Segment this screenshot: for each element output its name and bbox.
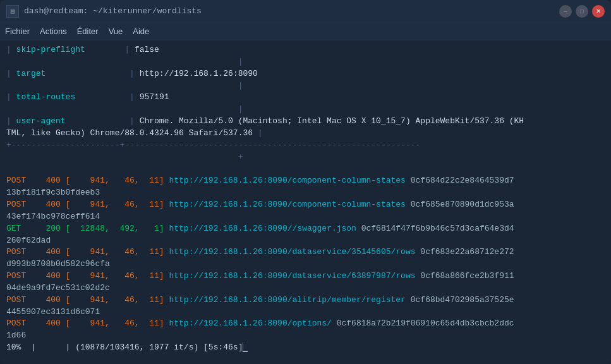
spacer3: | (6, 104, 605, 116)
req-row-5a: POST 400 [ 941, 46, 11] http://192.168.1… (6, 270, 605, 282)
menu-actions[interactable]: Actions (40, 27, 67, 36)
req-row-7a: POST 400 [ 941, 46, 11] http://192.168.1… (6, 318, 605, 330)
menu-editer[interactable]: Éditer (77, 27, 99, 36)
terminal-content[interactable]: | skip-preflight | false | | target | ht… (0, 40, 611, 364)
menubar: Fichier Actions Éditer Vue Aide (0, 23, 611, 40)
req-row-2a: POST 400 [ 941, 46, 11] http://192.168.1… (6, 199, 605, 211)
req-row-1b: 13bf181f9c3b0fdeeb3 (6, 187, 605, 199)
spacer1: | (6, 56, 605, 68)
menu-fichier[interactable]: Fichier (5, 27, 30, 36)
menu-vue[interactable]: Vue (109, 27, 123, 36)
titlebar-controls: – □ ✕ (559, 5, 605, 18)
req-row-3b: 260f62dad (6, 235, 605, 247)
table-row-skip: | skip-preflight | false (6, 44, 605, 56)
titlebar-left: ▤ dash@redteam: ~/kiterunner/wordlists (6, 5, 202, 18)
req-row-2b: 43ef174bc978ceff614 (6, 211, 605, 223)
close-button[interactable]: ✕ (592, 5, 605, 18)
table-row-useragent1: | user-agent | Chrome. Mozilla/5.0 (Maci… (6, 116, 605, 128)
window-icon: ▤ (6, 5, 19, 18)
spacer2: | (6, 80, 605, 92)
menu-aide[interactable]: Aide (133, 27, 149, 36)
req-row-4b: d993b8708b0d582c96cfa (6, 258, 605, 270)
req-row-7b: 1d66 (6, 330, 605, 342)
req-row-4a: POST 400 [ 941, 46, 11] http://192.168.1… (6, 246, 605, 258)
window-title: dash@redteam: ~/kiterunner/wordlists (24, 6, 202, 16)
table-row-target: | target | http://192.168.1.26:8090 (6, 68, 605, 80)
maximize-button[interactable]: □ (576, 5, 588, 18)
req-row-1a: POST 400 [ 941, 46, 11] http://192.168.1… (6, 175, 605, 187)
titlebar: ▤ dash@redteam: ~/kiterunner/wordlists –… (0, 0, 611, 23)
table-row-useragent2: TML, like Gecko) Chrome/88.0.4324.96 Saf… (6, 128, 605, 140)
table-row-routes: | total-routes | 957191 (6, 92, 605, 104)
req-row-6b: 4455907ec3131d6c071 (6, 306, 605, 318)
table-separator: +----------------------+----------------… (6, 140, 605, 152)
minimize-button[interactable]: – (559, 5, 572, 18)
req-row-5b: 04de9a9fd7ec531c02d2c (6, 282, 605, 294)
req-row-6a: POST 400 [ 941, 46, 11] http://192.168.1… (6, 294, 605, 306)
terminal-window: ▤ dash@redteam: ~/kiterunner/wordlists –… (0, 0, 611, 364)
table-separator2: + (6, 152, 605, 164)
progress-bar: 10% | | (10878/103416, 1977 it/s) [5s:46… (6, 342, 605, 354)
req-row-3a: GET 200 [ 12848, 492, 1] http://192.168.… (6, 223, 605, 235)
